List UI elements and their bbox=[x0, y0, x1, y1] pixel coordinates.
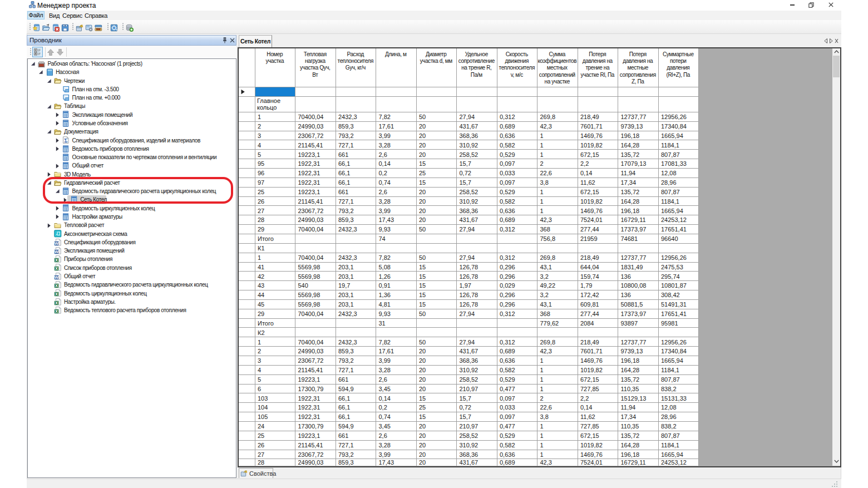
svg-text:X: X bbox=[55, 300, 58, 305]
svg-text:X: X bbox=[55, 283, 58, 288]
svg-text:X: X bbox=[55, 309, 58, 314]
svg-text:W: W bbox=[55, 275, 59, 280]
svg-text:Σ: Σ bbox=[64, 138, 67, 144]
svg-text:X: X bbox=[55, 258, 58, 263]
svg-text:W: W bbox=[55, 249, 59, 254]
svg-text:W: W bbox=[55, 241, 59, 246]
svg-text:X: X bbox=[55, 292, 58, 297]
svg-text:X: X bbox=[55, 266, 58, 271]
